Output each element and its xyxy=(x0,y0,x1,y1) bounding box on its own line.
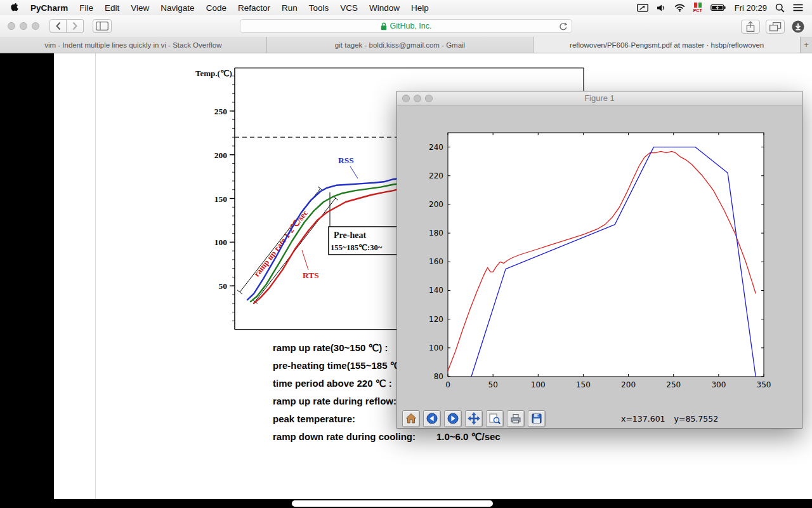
close-button[interactable] xyxy=(8,22,15,30)
window-traffic-lights xyxy=(8,22,39,30)
y-tick-label: 220 xyxy=(429,171,443,180)
pct-widget-label: PCT xyxy=(693,8,702,13)
pct-widget[interactable]: PCT xyxy=(693,3,702,13)
share-button[interactable] xyxy=(741,20,760,34)
y-tick-label: 100 xyxy=(214,237,228,247)
x-tick-label: 350 xyxy=(757,380,771,389)
menu-help[interactable]: Help xyxy=(405,3,435,13)
tab-title: reflowoven/PF606-Pengsmt.pdf at master ·… xyxy=(563,41,770,49)
tab-stack-overflow[interactable]: vim - Indent multiple lines quickly in v… xyxy=(0,37,267,53)
preheat-value: 155~185℃:30~ xyxy=(331,243,383,252)
forward-arrow-icon xyxy=(447,412,459,425)
configure-subplots-button[interactable] xyxy=(507,410,525,427)
nav-buttons xyxy=(49,19,84,33)
y-tick-label: 120 xyxy=(429,315,443,324)
figure-zoom-button[interactable] xyxy=(425,95,433,102)
home-button[interactable] xyxy=(402,410,420,427)
rss-label: RSS xyxy=(338,156,354,165)
sidebar-toggle-button[interactable] xyxy=(93,19,112,33)
back-nav-button[interactable] xyxy=(423,410,441,427)
safari-toolbar: GitHub, Inc. xyxy=(0,15,812,37)
menu-app-name[interactable]: PyCharm xyxy=(25,3,74,13)
y-tick-label: 180 xyxy=(429,229,443,237)
new-tab-button[interactable]: + xyxy=(801,37,812,53)
lock-icon xyxy=(381,22,387,30)
pdf-temp-axis-label: Temp.(℃) xyxy=(195,69,232,78)
menu-refactor[interactable]: Refactor xyxy=(232,3,276,13)
figure-toolbar: x=137.601 y=85.7552 xyxy=(397,409,802,428)
pan-icon xyxy=(468,412,480,425)
menu-window[interactable]: Window xyxy=(363,3,405,13)
download-icon xyxy=(791,20,805,34)
menu-code[interactable]: Code xyxy=(200,3,232,13)
reload-button[interactable] xyxy=(558,22,568,32)
tab-title: vim - Indent multiple lines quickly in v… xyxy=(38,41,228,49)
tab-overview-button[interactable] xyxy=(766,20,785,34)
scrubber-bar[interactable] xyxy=(292,500,493,507)
y-tick-label: 200 xyxy=(214,150,228,160)
zoom-to-rect-button[interactable] xyxy=(486,410,504,427)
pdf-viewer-left-margin xyxy=(0,53,54,508)
address-bar[interactable]: GitHub, Inc. xyxy=(240,19,572,33)
volume-icon[interactable] xyxy=(657,4,666,12)
note-label: ramp down rate during cooling: xyxy=(273,431,416,442)
forward-nav-button[interactable] xyxy=(444,410,462,427)
figure-minimize-button[interactable] xyxy=(414,95,421,102)
battery-charging-icon[interactable] xyxy=(710,4,726,11)
zoom-window-button[interactable] xyxy=(32,22,39,30)
apple-menu[interactable] xyxy=(0,3,25,13)
display-arrow-icon[interactable] xyxy=(637,4,648,12)
pdf-page-border xyxy=(95,53,96,508)
minimize-button[interactable] xyxy=(20,22,27,30)
save-button[interactable] xyxy=(528,410,546,427)
note-label: time period above 220 ℃ : xyxy=(273,378,392,389)
note-label: ramp up rate(30~150 ℃) : xyxy=(273,342,388,353)
menu-edit[interactable]: Edit xyxy=(99,3,125,13)
tab-gmail[interactable]: git tagek - boldi.kiss@gmail.com - Gmail xyxy=(267,37,534,53)
rss-pointer-line xyxy=(350,166,358,178)
figure-close-button[interactable] xyxy=(402,95,410,102)
y-tick-label: 150 xyxy=(214,194,228,204)
wifi-icon[interactable] xyxy=(674,4,685,12)
plot-area xyxy=(448,133,764,377)
pan-button[interactable] xyxy=(465,410,483,427)
chevron-right-icon xyxy=(71,21,79,31)
back-arrow-icon xyxy=(426,412,438,425)
back-button[interactable] xyxy=(49,19,67,33)
downloads-button[interactable] xyxy=(790,19,806,34)
menu-left: PyCharm File Edit View Navigate Code Ref… xyxy=(0,0,435,15)
menu-navigate[interactable]: Navigate xyxy=(155,3,200,13)
tab-bar: vim - Indent multiple lines quickly in v… xyxy=(0,37,812,53)
cursor-x-value: x=137.601 xyxy=(621,414,665,424)
preheat-title: Pre-heat xyxy=(334,231,366,240)
address-text: GitHub, Inc. xyxy=(390,22,432,30)
note-label: ramp up rate during reflow: xyxy=(273,396,396,406)
menu-file[interactable]: File xyxy=(74,3,99,13)
menu-view[interactable]: View xyxy=(125,3,155,13)
figure-title-bar[interactable]: Figure 1 xyxy=(397,91,802,105)
bottom-black-bar xyxy=(0,499,812,508)
rts-label: RTS xyxy=(303,271,319,280)
cursor-y-value: y=85.7552 xyxy=(674,414,719,424)
figure-canvas[interactable]: 0501001502002503003508010012014016018020… xyxy=(397,105,802,409)
forward-button[interactable] xyxy=(67,19,84,33)
y-tick-label: 160 xyxy=(429,257,443,266)
menu-clock[interactable]: Fri 20:29 xyxy=(735,3,767,13)
spotlight-search-icon[interactable] xyxy=(775,3,785,13)
subplots-icon xyxy=(509,412,522,425)
apple-icon xyxy=(10,3,18,13)
screen: PyCharm File Edit View Navigate Code Ref… xyxy=(0,0,812,508)
rts-pointer-line xyxy=(302,250,308,270)
menu-run[interactable]: Run xyxy=(276,3,303,13)
menu-status-area: PCT Fri 20:29 xyxy=(637,3,812,13)
menu-tools[interactable]: Tools xyxy=(303,3,335,13)
menu-vcs[interactable]: VCS xyxy=(334,3,363,13)
x-tick-label: 200 xyxy=(621,380,636,389)
ramp-rate-label: ramp up rate 1-2℃/sec xyxy=(252,208,310,279)
ramp-channel-cap xyxy=(237,290,242,294)
x-tick-label: 0 xyxy=(445,380,450,389)
figure-window-title: Figure 1 xyxy=(584,93,615,103)
notification-center-icon[interactable] xyxy=(793,4,803,11)
cursor-coordinates: x=137.601 y=85.7552 xyxy=(621,409,718,428)
tab-github-reflowoven[interactable]: reflowoven/PF606-Pengsmt.pdf at master ·… xyxy=(534,37,801,53)
